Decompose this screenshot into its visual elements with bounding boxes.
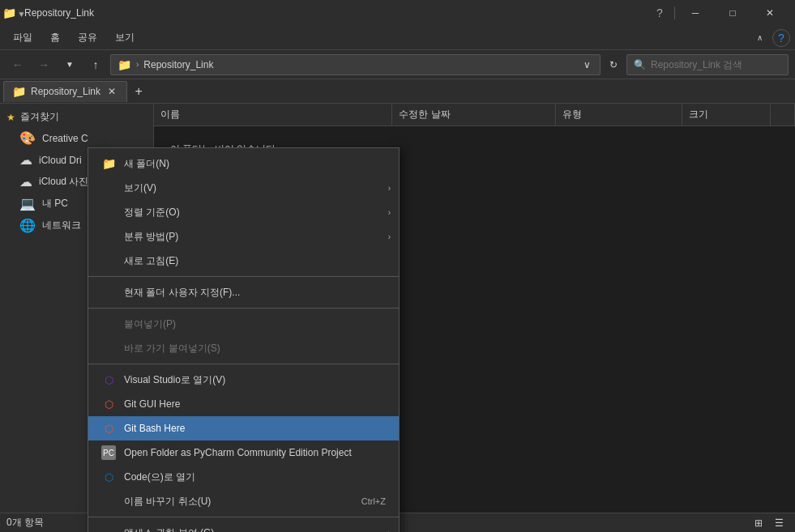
ctx-view[interactable]: 보기(V) › bbox=[88, 176, 399, 200]
col-name[interactable]: 이름 bbox=[154, 104, 392, 126]
menu-bar: 파일 홈 공유 보기 ∧ ? bbox=[0, 26, 795, 50]
view-arrow: › bbox=[388, 184, 391, 193]
menu-home[interactable]: 홈 bbox=[42, 28, 68, 48]
pycharm-icon: PC bbox=[101, 445, 116, 460]
ctx-paste: 붙여넣기(P) bbox=[88, 312, 399, 336]
title-bar-left: 📁 ▼ Repository_Link bbox=[6, 6, 94, 19]
ctx-sep-3 bbox=[88, 364, 399, 364]
new-folder-icon: 📁 bbox=[101, 156, 116, 171]
git-gui-icon: ⬡ bbox=[101, 397, 116, 411]
col-size[interactable]: 크기 bbox=[682, 104, 771, 126]
search-bar[interactable]: 🔍 bbox=[626, 54, 789, 75]
search-icon: 🔍 bbox=[634, 59, 646, 70]
ctx-new-folder[interactable]: 📁 새 폴더(N) bbox=[88, 151, 399, 176]
sidebar-network-label: 네트워크 bbox=[42, 219, 81, 232]
ctx-access[interactable]: 액세스 권한 부여 (G) › bbox=[88, 521, 399, 532]
menu-file[interactable]: 파일 bbox=[5, 28, 41, 48]
sidebar-item-creative[interactable]: 🎨 Creative C bbox=[0, 127, 153, 149]
ctx-git-gui[interactable]: ⬡ Git GUI Here bbox=[88, 392, 399, 416]
search-input[interactable] bbox=[651, 59, 781, 70]
title-bar: 📁 ▼ Repository_Link ? ─ □ ✕ bbox=[0, 0, 795, 26]
col-date[interactable]: 수정한 날짜 bbox=[392, 104, 556, 126]
star-icon: ★ bbox=[6, 112, 15, 123]
address-dropdown-btn[interactable]: ∨ bbox=[580, 59, 593, 70]
col-type[interactable]: 유형 bbox=[556, 104, 682, 126]
grid-view-btn[interactable]: ⊞ bbox=[750, 514, 767, 532]
creative-icon: 🎨 bbox=[19, 130, 36, 146]
minimize-button[interactable]: ─ bbox=[677, 0, 714, 26]
ribbon-collapse-btn[interactable]: ∧ bbox=[748, 27, 771, 49]
paste-icon bbox=[101, 317, 116, 331]
ctx-sep-2 bbox=[88, 308, 399, 309]
ctx-customize[interactable]: 현재 폴더 사용자 지정(F)... bbox=[88, 280, 399, 304]
rename-shortcut: Ctrl+Z bbox=[361, 496, 386, 506]
sidebar-favorites-label: 즐겨찾기 bbox=[20, 110, 59, 124]
sort-icon bbox=[101, 205, 116, 219]
ctx-rename[interactable]: 이름 바꾸기 취소(U) Ctrl+Z bbox=[88, 489, 399, 513]
title-bar-controls: ? ─ □ ✕ bbox=[647, 0, 789, 26]
col-extra bbox=[771, 104, 795, 126]
access-icon bbox=[101, 526, 116, 532]
status-right: ⊞ ☰ bbox=[750, 514, 789, 532]
context-menu: 📁 새 폴더(N) 보기(V) › 정렬 기준(O) › 분류 방법(P) › … bbox=[88, 147, 400, 532]
icloud-photos-icon: ☁ bbox=[19, 174, 32, 189]
back-button[interactable]: ← bbox=[6, 53, 29, 76]
ctx-sep-4 bbox=[88, 517, 399, 517]
tab-bar: 📁 Repository_Link ✕ + bbox=[0, 79, 795, 104]
sidebar-mypc-label: 내 PC bbox=[42, 197, 68, 211]
toolbar: ← → ▼ ↑ 📁 › Repository_Link ∨ ↻ 🔍 bbox=[0, 50, 795, 79]
column-header: 이름 수정한 날짜 유형 크기 bbox=[154, 104, 795, 126]
group-arrow: › bbox=[388, 232, 391, 241]
maximize-button[interactable]: □ bbox=[714, 0, 751, 26]
view-icon bbox=[101, 181, 116, 195]
dropdown-history-btn[interactable]: ▼ bbox=[58, 53, 81, 76]
refresh-button[interactable]: ↻ bbox=[604, 55, 623, 74]
menu-view[interactable]: 보기 bbox=[107, 28, 143, 48]
sidebar-creative-label: Creative C bbox=[42, 133, 88, 144]
help-button[interactable]: ? bbox=[647, 0, 673, 26]
ctx-vs-open[interactable]: ⬡ Visual Studio로 열기(V) bbox=[88, 368, 399, 392]
ctx-sort[interactable]: 정렬 기준(O) › bbox=[88, 200, 399, 224]
address-bar[interactable]: 📁 › Repository_Link ∨ bbox=[110, 54, 601, 75]
sidebar-favorites-header[interactable]: ★ 즐겨찾기 bbox=[0, 107, 153, 127]
forward-button[interactable]: → bbox=[32, 53, 55, 76]
up-button[interactable]: ↑ bbox=[84, 53, 107, 76]
tab-close-btn[interactable]: ✕ bbox=[105, 85, 118, 98]
ctx-paste-shortcut: 바로 가기 붙여넣기(S) bbox=[88, 336, 399, 360]
ctx-sep-1 bbox=[88, 276, 399, 277]
ctx-group[interactable]: 분류 방법(P) › bbox=[88, 224, 399, 249]
menu-share[interactable]: 공유 bbox=[70, 28, 105, 48]
tab-folder-icon: 📁 bbox=[12, 85, 26, 98]
list-view-btn[interactable]: ☰ bbox=[771, 514, 789, 532]
customize-icon bbox=[101, 285, 116, 300]
mypc-icon: 💻 bbox=[19, 196, 36, 211]
tab-label: Repository_Link bbox=[31, 86, 100, 97]
ctx-pycharm[interactable]: PC Open Folder as PyCharm Community Edit… bbox=[88, 440, 399, 465]
address-chevron: › bbox=[136, 60, 139, 69]
icloud-drive-icon: ☁ bbox=[19, 152, 32, 168]
close-button[interactable]: ✕ bbox=[751, 0, 789, 26]
network-icon: 🌐 bbox=[19, 218, 36, 233]
tab-add-btn[interactable]: + bbox=[129, 82, 148, 101]
access-arrow: › bbox=[388, 529, 391, 533]
address-path: Repository_Link bbox=[143, 59, 575, 70]
ctx-vscode[interactable]: ⬡ Code(으)로 열기 bbox=[88, 465, 399, 489]
sidebar-icloud-photos-label: iCloud 사진 bbox=[39, 175, 88, 189]
paste-shortcut-icon bbox=[101, 341, 116, 355]
sidebar-icloud-drive-label: iCloud Dri bbox=[39, 155, 82, 166]
title-bar-title: Repository_Link bbox=[24, 7, 94, 19]
address-folder-icon: 📁 bbox=[118, 58, 131, 71]
ctx-git-bash[interactable]: ⬡ Git Bash Here bbox=[88, 416, 399, 440]
help-btn-menu[interactable]: ? bbox=[772, 29, 790, 47]
folder-icon: 📁 ▼ bbox=[6, 6, 19, 19]
vs-icon: ⬡ bbox=[101, 372, 116, 387]
ctx-refresh[interactable]: 새로 고침(E) bbox=[88, 249, 399, 273]
rename-icon bbox=[101, 494, 116, 509]
sort-arrow: › bbox=[388, 208, 391, 217]
vscode-icon: ⬡ bbox=[101, 470, 116, 484]
tab-repository-link[interactable]: 📁 Repository_Link ✕ bbox=[3, 81, 127, 102]
refresh-icon bbox=[101, 253, 116, 268]
group-icon bbox=[101, 229, 116, 244]
item-count: 0개 항목 bbox=[6, 516, 44, 530]
git-bash-icon: ⬡ bbox=[101, 421, 116, 436]
